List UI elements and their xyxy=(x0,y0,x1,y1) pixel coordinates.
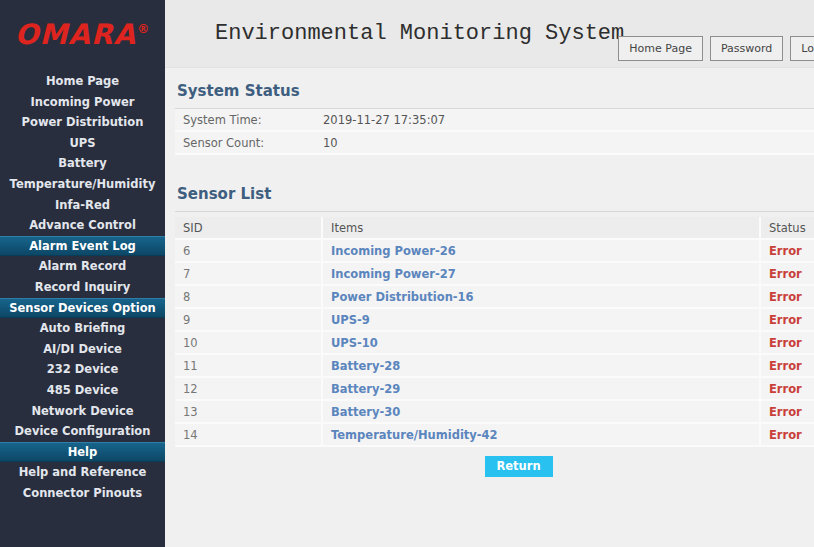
system-status-title: System Status xyxy=(175,70,814,109)
sidebar-item-incoming-power[interactable]: Incoming Power xyxy=(0,92,165,113)
item-link[interactable]: UPS-9 xyxy=(323,309,761,332)
sensor-table-row: 8 Power Distribution-16 Error xyxy=(175,286,814,309)
column-header-sid: SID xyxy=(175,217,323,240)
sidebar-item-network-device[interactable]: Network Device xyxy=(0,401,165,422)
sensor-table-row: 9 UPS-9 Error xyxy=(175,309,814,332)
system-time-label: System Time: xyxy=(175,113,323,127)
sensor-count-value: 10 xyxy=(323,136,338,150)
sensor-table-body: 6 Incoming Power-26 Error 7 Incoming Pow… xyxy=(175,240,814,447)
item-link[interactable]: Incoming Power-26 xyxy=(323,240,761,263)
sensor-list-section: Sensor List SID Items Status 6 Incoming … xyxy=(175,173,814,477)
sidebar-item-485-device[interactable]: 485 Device xyxy=(0,380,165,401)
system-status-section: System Status System Time: 2019-11-27 17… xyxy=(175,70,814,155)
sidebar-item-ai-di-device[interactable]: AI/DI Device xyxy=(0,339,165,360)
item-link[interactable]: Incoming Power-27 xyxy=(323,263,761,286)
sidebar-item-help[interactable]: Help xyxy=(0,442,165,463)
sidebar-item-advance-control[interactable]: Advance Control xyxy=(0,215,165,236)
sensor-table-row: 13 Battery-30 Error xyxy=(175,401,814,424)
status-cell: Error xyxy=(761,240,814,263)
sensor-list-title: Sensor List xyxy=(175,173,814,212)
return-button-row: Return xyxy=(175,447,814,477)
status-cell: Error xyxy=(761,378,814,401)
status-cell: Error xyxy=(761,332,814,355)
main-content: System Status System Time: 2019-11-27 17… xyxy=(165,68,814,547)
app-window: OMARA® Environmental Monitoring System H… xyxy=(0,0,814,547)
header-button-password[interactable]: Password xyxy=(710,36,783,61)
system-time-row: System Time: 2019-11-27 17:35:07 xyxy=(175,109,814,132)
sid-cell: 10 xyxy=(175,332,323,355)
column-header-items: Items xyxy=(323,217,761,240)
sidebar-item-ups[interactable]: UPS xyxy=(0,133,165,154)
sidebar-menu: Home PageIncoming PowerPower Distributio… xyxy=(0,68,165,547)
sidebar-item-power-distribution[interactable]: Power Distribution xyxy=(0,112,165,133)
sidebar-item-temperature-humidity[interactable]: Temperature/Humidity xyxy=(0,174,165,195)
header-buttons: Home PagePasswordLogout xyxy=(611,36,814,61)
header: OMARA® Environmental Monitoring System H… xyxy=(0,0,814,68)
sidebar-item-alarm-record[interactable]: Alarm Record xyxy=(0,256,165,277)
sid-cell: 8 xyxy=(175,286,323,309)
sensor-table-row: 11 Battery-28 Error xyxy=(175,355,814,378)
status-cell: Error xyxy=(761,401,814,424)
sensor-count-label: Sensor Count: xyxy=(175,136,323,150)
column-header-status: Status xyxy=(761,217,814,240)
item-link[interactable]: Power Distribution-16 xyxy=(323,286,761,309)
sensor-table-row: 7 Incoming Power-27 Error xyxy=(175,263,814,286)
status-cell: Error xyxy=(761,424,814,447)
item-link[interactable]: Battery-30 xyxy=(323,401,761,424)
logo-text: OMARA xyxy=(15,18,137,51)
sensor-count-row: Sensor Count: 10 xyxy=(175,132,814,155)
item-link[interactable]: Battery-28 xyxy=(323,355,761,378)
sensor-table-row: 6 Incoming Power-26 Error xyxy=(175,240,814,263)
header-button-home-page[interactable]: Home Page xyxy=(618,36,703,61)
status-cell: Error xyxy=(761,263,814,286)
sensor-table-row: 12 Battery-29 Error xyxy=(175,378,814,401)
item-link[interactable]: Temperature/Humidity-42 xyxy=(323,424,761,447)
item-link[interactable]: Battery-29 xyxy=(323,378,761,401)
system-time-value: 2019-11-27 17:35:07 xyxy=(323,113,445,127)
sid-cell: 7 xyxy=(175,263,323,286)
sid-cell: 9 xyxy=(175,309,323,332)
sidebar-item-alarm-event-log[interactable]: Alarm Event Log xyxy=(0,236,165,257)
sensor-table-row: 10 UPS-10 Error xyxy=(175,332,814,355)
sidebar-item-battery[interactable]: Battery xyxy=(0,153,165,174)
sidebar-item-connector-pinouts[interactable]: Connector Pinouts xyxy=(0,483,165,504)
sidebar-item-record-inquiry[interactable]: Record Inquiry xyxy=(0,277,165,298)
sensor-table-row: 14 Temperature/Humidity-42 Error xyxy=(175,424,814,447)
sid-cell: 13 xyxy=(175,401,323,424)
page-title: Environmental Monitoring System xyxy=(215,21,624,46)
sid-cell: 6 xyxy=(175,240,323,263)
item-link[interactable]: UPS-10 xyxy=(323,332,761,355)
status-cell: Error xyxy=(761,309,814,332)
sensor-table: SID Items Status 6 Incoming Power-26 Err… xyxy=(175,217,814,447)
logo-block: OMARA® xyxy=(0,0,165,68)
status-cell: Error xyxy=(761,286,814,309)
omara-logo: OMARA® xyxy=(15,18,151,51)
sidebar-item-sensor-devices-option[interactable]: Sensor Devices Option xyxy=(0,298,165,319)
sidebar-item-home-page[interactable]: Home Page xyxy=(0,71,165,92)
sidebar-item-device-configuration[interactable]: Device Configuration xyxy=(0,421,165,442)
sidebar-item-232-device[interactable]: 232 Device xyxy=(0,359,165,380)
sidebar-item-infa-red[interactable]: Infa-Red xyxy=(0,195,165,216)
status-cell: Error xyxy=(761,355,814,378)
registered-mark: ® xyxy=(137,22,150,36)
sid-cell: 12 xyxy=(175,378,323,401)
return-button[interactable]: Return xyxy=(485,456,553,477)
sid-cell: 14 xyxy=(175,424,323,447)
header-bar: Environmental Monitoring System Home Pag… xyxy=(165,0,814,68)
sid-cell: 11 xyxy=(175,355,323,378)
sidebar-item-help-and-reference[interactable]: Help and Reference xyxy=(0,462,165,483)
header-button-logout[interactable]: Logout xyxy=(790,36,814,61)
sensor-table-header-row: SID Items Status xyxy=(175,217,814,240)
sidebar-item-auto-briefing[interactable]: Auto Briefing xyxy=(0,318,165,339)
